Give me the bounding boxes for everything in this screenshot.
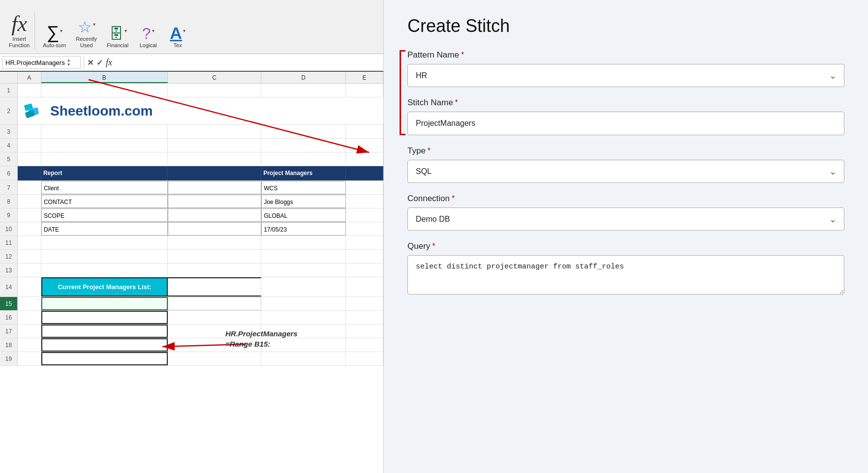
table-row: 12 xyxy=(0,250,383,264)
financial-button[interactable]: 🗄 ▾ Financial xyxy=(103,25,132,51)
pattern-name-select[interactable]: HR xyxy=(407,64,844,87)
recently-used-icon: ☆ xyxy=(78,19,92,35)
fx-icon: fx xyxy=(11,13,27,35)
cancel-button[interactable]: ✕ xyxy=(87,58,93,67)
row-number: 5 xyxy=(0,152,18,166)
table-row: 11 xyxy=(0,236,383,250)
type-group: Type * SQL REST GraphQL ⌄ xyxy=(407,146,844,183)
col-header-d[interactable]: D xyxy=(261,72,345,83)
row-number: 18 xyxy=(0,338,18,352)
col-header-a[interactable]: A xyxy=(18,72,41,83)
table-row: 17 xyxy=(0,325,383,338)
table-row: 4 xyxy=(0,139,383,152)
table-row: 15 xyxy=(0,297,383,311)
formula-bar: HR.ProjectManagers ▲ ▼ ✕ ✓ fx xyxy=(0,54,383,72)
connection-group: Connection * Demo DB Production DB Dev D… xyxy=(407,194,844,231)
table-header-row: 6 Report Project Managers xyxy=(0,166,383,181)
logical-icon: ? xyxy=(142,26,151,41)
table-row: 5 xyxy=(0,152,383,166)
table-row: 18 xyxy=(0,338,383,352)
autosum-button[interactable]: ∑ ▾ Auto-sum xyxy=(39,22,70,51)
name-box-value: HR.ProjectManagers xyxy=(5,59,65,66)
table-row: 3 xyxy=(0,125,383,139)
active-cell-b15[interactable] xyxy=(41,297,168,310)
required-star-5: * xyxy=(432,242,435,251)
sigma-icon: ∑ xyxy=(46,24,59,41)
required-star: * xyxy=(461,51,464,59)
table-header-pm[interactable]: Project Managers xyxy=(261,166,345,180)
connection-select[interactable]: Demo DB Production DB Dev DB xyxy=(407,207,844,231)
row-number: 17 xyxy=(0,325,18,338)
row-number: 9 xyxy=(0,208,18,222)
pm-cell[interactable]: GLOBAL xyxy=(261,208,345,222)
col-header-b[interactable]: B xyxy=(41,72,168,83)
logical-button[interactable]: ? ▾ Logical xyxy=(134,24,162,51)
required-star-3: * xyxy=(428,147,431,155)
stitch-name-input[interactable] xyxy=(407,112,844,135)
row-number: 8 xyxy=(0,195,18,208)
confirm-button[interactable]: ✓ xyxy=(96,58,103,67)
row-number: 2 xyxy=(0,97,18,124)
table-row: 1 xyxy=(0,84,383,97)
report-cell[interactable]: Client xyxy=(41,181,168,194)
svg-rect-2 xyxy=(25,110,35,118)
row-number: 10 xyxy=(0,222,18,236)
row-number: 11 xyxy=(0,236,18,249)
row-number: 1 xyxy=(0,84,18,97)
report-cell[interactable]: SCOPE xyxy=(41,208,168,222)
connection-select-wrapper: Demo DB Production DB Dev DB ⌄ xyxy=(407,207,844,231)
pattern-name-label: Pattern Name * xyxy=(407,50,844,60)
formula-bar-buttons: ✕ ✓ xyxy=(87,58,103,67)
ribbon: fx Insert Function ∑ ▾ Auto-sum ☆ ▾ Rece… xyxy=(0,0,383,54)
logical-label: Logical xyxy=(140,42,157,49)
table-row: 19 xyxy=(0,352,383,366)
required-star-2: * xyxy=(455,98,458,107)
recently-used-button[interactable]: ☆ ▾ Recently Used xyxy=(72,17,101,51)
connection-label: Connection * xyxy=(407,194,844,204)
row-number: 16 xyxy=(0,311,18,324)
pm-cell[interactable]: Joe Bloggs xyxy=(261,195,345,208)
text-button[interactable]: A ▾ Tex xyxy=(164,23,191,51)
pattern-name-group: Pattern Name * HR ⌄ xyxy=(407,50,844,87)
recently-used-label: Recently Used xyxy=(76,36,97,49)
financial-label: Financial xyxy=(107,42,128,49)
financial-icon: 🗄 xyxy=(109,27,124,41)
name-box[interactable]: HR.ProjectManagers ▲ ▼ xyxy=(2,56,81,69)
proj-manager-header[interactable]: Current Project Managers List: xyxy=(41,277,168,296)
table-row: 10 DATE 17/05/23 xyxy=(0,222,383,236)
stitch-name-label: Stitch Name * xyxy=(407,98,844,108)
pm-cell[interactable]: WCS xyxy=(261,181,345,194)
annotation-line1: HR.ProjectManagers xyxy=(225,329,298,338)
type-label: Type * xyxy=(407,146,844,156)
annotation-line2: =Range B15: xyxy=(225,340,270,348)
formula-bar-divider xyxy=(84,57,84,68)
required-star-4: * xyxy=(452,194,455,203)
text-icon: A xyxy=(170,25,182,41)
report-cell[interactable]: DATE xyxy=(41,222,168,236)
col-header-e[interactable]: E xyxy=(346,72,383,83)
pm-cell[interactable]: 17/05/23 xyxy=(261,222,345,236)
row-number: 12 xyxy=(0,250,18,263)
table-header-report[interactable]: Report xyxy=(41,166,168,180)
type-select[interactable]: SQL REST GraphQL xyxy=(407,160,844,183)
sheetloom-row: 2 Sheetloom.com xyxy=(0,97,383,125)
row-number: 13 xyxy=(0,264,18,277)
form-title: Create Stitch xyxy=(407,16,844,36)
formula-annotation: HR.ProjectManagers =Range B15: xyxy=(225,328,298,349)
formula-bar-fx: fx xyxy=(106,58,112,68)
corner-cell xyxy=(0,72,18,83)
pattern-name-select-wrapper: HR ⌄ xyxy=(407,64,844,87)
query-label: Query * xyxy=(407,241,844,251)
insert-function-button[interactable]: fx Insert Function xyxy=(4,11,35,51)
sheetloom-content: Sheetloom.com xyxy=(18,97,383,124)
row-number: 14 xyxy=(0,277,18,296)
col-header-c[interactable]: C xyxy=(168,72,262,83)
create-stitch-panel: Create Stitch Pattern Name * HR ⌄ Stitch… xyxy=(384,0,868,473)
query-textarea[interactable]: select distinct projectmanager from staf… xyxy=(407,255,844,295)
sheetloom-logo-icon xyxy=(23,102,44,120)
report-cell[interactable]: CONTACT xyxy=(41,195,168,208)
row-number: 19 xyxy=(0,352,18,365)
row-number-active: 15 xyxy=(0,297,18,310)
type-select-wrapper: SQL REST GraphQL ⌄ xyxy=(407,160,844,183)
table-row: 13 xyxy=(0,264,383,277)
